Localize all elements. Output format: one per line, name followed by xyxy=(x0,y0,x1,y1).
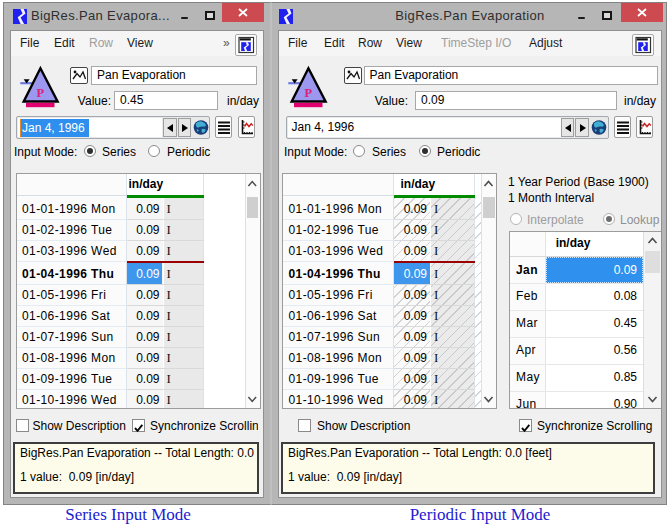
svg-text:P: P xyxy=(36,86,44,100)
svg-text:P: P xyxy=(304,86,312,100)
